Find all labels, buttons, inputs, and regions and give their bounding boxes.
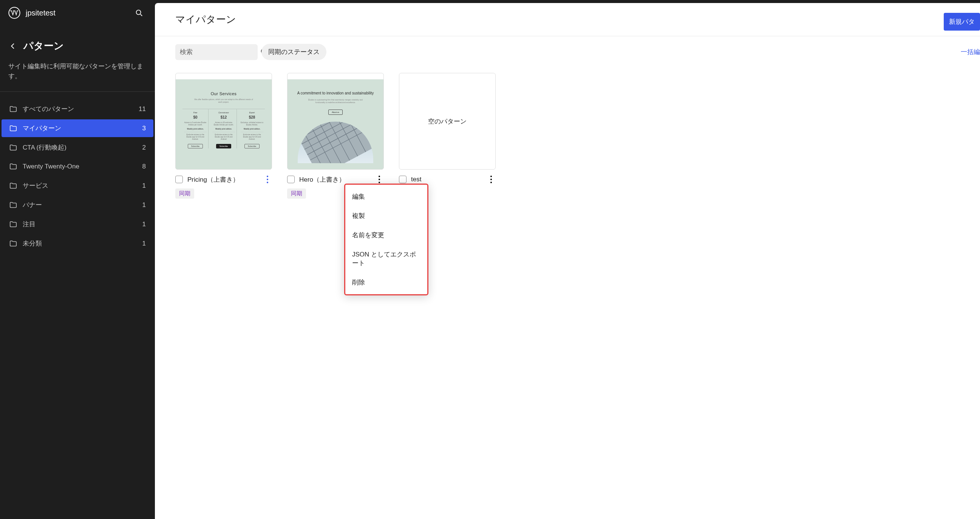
folder-icon <box>9 220 18 229</box>
nav-label: サービス <box>23 181 137 190</box>
preview-heading: Our Services <box>211 91 237 96</box>
more-vertical-icon <box>490 175 492 183</box>
preview-body: Études is a pioneering firm that seamles… <box>307 99 364 104</box>
svg-point-26 <box>490 176 492 177</box>
card-header: test <box>399 170 496 184</box>
site-name[interactable]: jpsitetest <box>26 9 126 18</box>
pattern-thumbnail[interactable]: A commitment to innovation and sustainab… <box>287 73 384 170</box>
search-box[interactable] <box>175 44 258 60</box>
global-search-button[interactable] <box>132 5 146 21</box>
nav-label: バナー <box>23 201 137 209</box>
dropdown-item-delete[interactable]: 削除 <box>345 273 427 292</box>
pattern-card: 空のパターン test 非同期 <box>399 73 496 199</box>
nav-count: 1 <box>142 221 146 228</box>
nav-count: 1 <box>142 182 146 189</box>
category-nav: すべてのパターン11マイパターン3CTA (行動喚起)2Twenty Twent… <box>0 99 155 253</box>
sidebar-description: サイト編集時に利用可能なパターンを管理します。 <box>0 57 155 91</box>
more-vertical-icon <box>378 175 380 183</box>
dropdown-item-duplicate[interactable]: 複製 <box>345 206 427 226</box>
empty-pattern-label: 空のパターン <box>428 117 466 126</box>
card-header: Hero（上書き） <box>287 170 384 184</box>
sidebar-item-2[interactable]: CTA (行動喚起)2 <box>2 139 153 156</box>
nav-count: 11 <box>138 105 146 113</box>
svg-line-2 <box>140 14 142 16</box>
search-input[interactable] <box>180 48 260 56</box>
svg-point-27 <box>490 179 492 180</box>
sidebar-item-1[interactable]: マイパターン3 <box>2 119 153 137</box>
folder-icon <box>9 181 18 190</box>
nav-count: 8 <box>142 163 146 170</box>
nav-label: すべてのパターン <box>23 105 134 113</box>
nav-label: CTA (行動喚起) <box>23 143 137 152</box>
search-icon <box>135 9 143 17</box>
main-header: マイパターン 新規パタ <box>155 3 980 36</box>
sync-badge: 同期 <box>175 188 194 199</box>
dropdown-item-export-json[interactable]: JSON としてエクスポート <box>345 245 427 273</box>
svg-point-25 <box>379 181 380 183</box>
pattern-grid: Our Services We offer flexible options, … <box>155 68 980 204</box>
svg-point-0 <box>9 7 20 18</box>
nav-count: 1 <box>142 240 146 247</box>
svg-point-5 <box>267 176 268 177</box>
svg-point-6 <box>267 179 268 180</box>
chevron-left-icon <box>10 43 16 49</box>
sync-badge: 同期 <box>287 188 306 199</box>
folder-icon <box>9 143 18 152</box>
pattern-title[interactable]: Hero（上書き） <box>299 175 370 184</box>
more-actions-button[interactable] <box>487 175 496 184</box>
sidebar-item-0[interactable]: すべてのパターン11 <box>2 100 153 118</box>
more-vertical-icon <box>266 175 269 183</box>
sidebar-item-6[interactable]: 注目1 <box>2 215 153 233</box>
sidebar-item-4[interactable]: サービス1 <box>2 177 153 194</box>
pattern-thumbnail[interactable]: 空のパターン <box>399 73 496 170</box>
select-checkbox[interactable] <box>399 176 407 183</box>
sidebar-item-5[interactable]: バナー1 <box>2 196 153 214</box>
more-actions-button[interactable] <box>263 175 272 184</box>
nav-label: 注目 <box>23 220 137 229</box>
folder-icon <box>9 124 18 132</box>
folder-icon <box>9 105 18 113</box>
back-button[interactable] <box>8 41 18 51</box>
card-header: Pricing（上書き） <box>175 170 272 184</box>
svg-point-23 <box>379 176 380 177</box>
app-root: jpsitetest パターン サイト編集時に利用可能なパターンを管理します。 … <box>0 0 980 519</box>
folder-icon <box>9 239 18 248</box>
nav-count: 2 <box>142 144 146 151</box>
dropdown-item-edit[interactable]: 編集 <box>345 187 427 206</box>
sidebar-top: jpsitetest <box>0 0 155 26</box>
svg-point-28 <box>490 181 492 183</box>
new-pattern-button[interactable]: 新規パタ <box>944 13 980 30</box>
nav-count: 1 <box>142 201 146 209</box>
pattern-card: Our Services We offer flexible options, … <box>175 73 272 199</box>
sidebar-title: パターン <box>24 39 64 53</box>
select-checkbox[interactable] <box>287 176 295 183</box>
sync-status-filter[interactable]: 同期のステータス <box>261 44 326 60</box>
main-panel: マイパターン 新規パタ 同期のステータス 一括編 Our Services <box>155 3 980 519</box>
pattern-card: A commitment to innovation and sustainab… <box>287 73 384 199</box>
svg-point-24 <box>379 179 380 180</box>
more-actions-button[interactable] <box>375 175 384 184</box>
page-title: マイパターン <box>175 13 236 26</box>
nav-count: 3 <box>142 125 146 132</box>
sidebar-item-3[interactable]: Twenty Twenty-One8 <box>2 158 153 175</box>
dropdown-item-rename[interactable]: 名前を変更 <box>345 226 427 245</box>
preview-subtitle: We offer flexible options, which you can… <box>193 98 254 103</box>
preview-heading: A commitment to innovation and sustainab… <box>294 91 377 96</box>
svg-point-1 <box>136 10 141 15</box>
divider <box>0 91 155 92</box>
pattern-title[interactable]: test <box>411 176 482 183</box>
wordpress-logo-icon[interactable] <box>8 7 21 19</box>
actions-dropdown: 編集 複製 名前を変更 JSON としてエクスポート 削除 <box>344 183 428 295</box>
select-checkbox[interactable] <box>175 176 183 183</box>
pattern-title[interactable]: Pricing（上書き） <box>188 175 258 184</box>
sidebar-item-7[interactable]: 未分類1 <box>2 234 153 252</box>
folder-icon <box>9 201 18 209</box>
folder-icon <box>9 162 18 171</box>
sidebar: jpsitetest パターン サイト編集時に利用可能なパターンを管理します。 … <box>0 0 155 519</box>
pattern-thumbnail[interactable]: Our Services We offer flexible options, … <box>175 73 272 170</box>
nav-label: マイパターン <box>23 124 137 132</box>
preview-image <box>298 122 373 163</box>
bulk-edit-link[interactable]: 一括編 <box>961 48 980 56</box>
nav-label: Twenty Twenty-One <box>23 163 137 170</box>
preview-button: About us <box>328 110 343 115</box>
